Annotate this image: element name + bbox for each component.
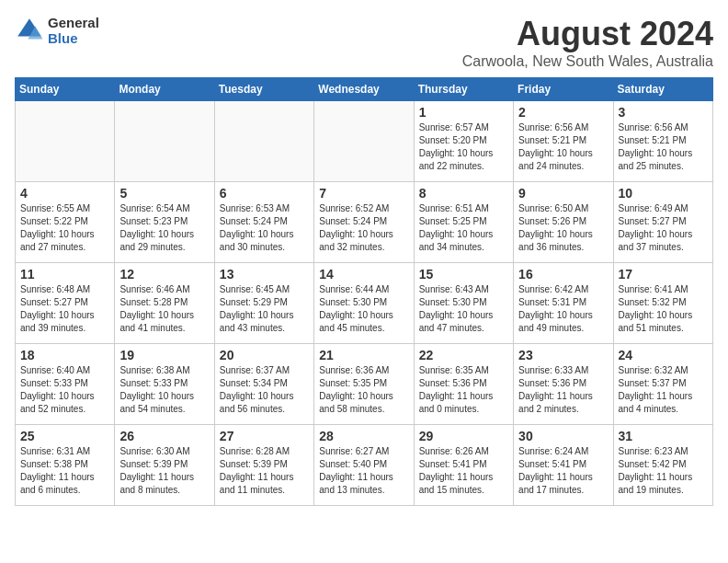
day-info: Sunrise: 6:56 AM Sunset: 5:21 PM Dayligh… xyxy=(619,121,708,173)
day-number: 25 xyxy=(20,429,109,443)
day-number: 13 xyxy=(220,267,309,282)
day-number: 17 xyxy=(619,267,708,282)
day-cell: 20Sunrise: 6:37 AM Sunset: 5:34 PM Dayli… xyxy=(214,344,313,425)
day-number: 19 xyxy=(119,348,209,362)
logo-icon xyxy=(15,16,44,45)
day-info: Sunrise: 6:23 AM Sunset: 5:42 PM Dayligh… xyxy=(619,445,708,497)
day-info: Sunrise: 6:24 AM Sunset: 5:41 PM Dayligh… xyxy=(518,445,608,497)
day-info: Sunrise: 6:41 AM Sunset: 5:32 PM Dayligh… xyxy=(619,283,708,335)
day-info: Sunrise: 6:52 AM Sunset: 5:24 PM Dayligh… xyxy=(319,202,408,254)
day-cell: 25Sunrise: 6:31 AM Sunset: 5:38 PM Dayli… xyxy=(16,425,115,506)
header-wednesday: Wednesday xyxy=(314,78,414,101)
header-thursday: Thursday xyxy=(414,78,513,101)
day-info: Sunrise: 6:55 AM Sunset: 5:22 PM Dayligh… xyxy=(20,202,109,254)
day-cell: 17Sunrise: 6:41 AM Sunset: 5:32 PM Dayli… xyxy=(613,263,712,344)
day-cell: 15Sunrise: 6:43 AM Sunset: 5:30 PM Dayli… xyxy=(414,263,513,344)
day-cell: 21Sunrise: 6:36 AM Sunset: 5:35 PM Dayli… xyxy=(314,344,414,425)
week-row-3: 11Sunrise: 6:48 AM Sunset: 5:27 PM Dayli… xyxy=(16,263,713,344)
day-number: 9 xyxy=(518,186,608,201)
header-tuesday: Tuesday xyxy=(214,78,313,101)
day-number: 8 xyxy=(419,186,508,201)
header-row: SundayMondayTuesdayWednesdayThursdayFrid… xyxy=(16,78,713,101)
day-info: Sunrise: 6:35 AM Sunset: 5:36 PM Dayligh… xyxy=(419,364,508,416)
day-number: 14 xyxy=(319,267,408,282)
day-cell xyxy=(214,101,313,182)
page-header: General Blue August 2024 Carwoola, New S… xyxy=(15,15,713,70)
day-cell: 24Sunrise: 6:32 AM Sunset: 5:37 PM Dayli… xyxy=(613,344,712,425)
day-info: Sunrise: 6:45 AM Sunset: 5:29 PM Dayligh… xyxy=(220,283,309,335)
logo-text: General Blue xyxy=(48,15,99,46)
day-info: Sunrise: 6:54 AM Sunset: 5:23 PM Dayligh… xyxy=(119,202,209,254)
day-cell: 22Sunrise: 6:35 AM Sunset: 5:36 PM Dayli… xyxy=(414,344,513,425)
day-number: 11 xyxy=(20,267,109,282)
header-monday: Monday xyxy=(115,78,214,101)
header-sunday: Sunday xyxy=(16,78,115,101)
day-number: 29 xyxy=(419,429,508,443)
day-number: 15 xyxy=(419,267,508,282)
title-section: August 2024 Carwoola, New South Wales, A… xyxy=(462,15,713,70)
day-cell: 3Sunrise: 6:56 AM Sunset: 5:21 PM Daylig… xyxy=(613,101,712,182)
day-info: Sunrise: 6:26 AM Sunset: 5:41 PM Dayligh… xyxy=(419,445,508,497)
day-cell: 31Sunrise: 6:23 AM Sunset: 5:42 PM Dayli… xyxy=(613,425,712,506)
day-number: 27 xyxy=(220,429,309,443)
week-row-4: 18Sunrise: 6:40 AM Sunset: 5:33 PM Dayli… xyxy=(16,344,713,425)
day-number: 4 xyxy=(20,186,109,201)
day-number: 28 xyxy=(319,429,408,443)
day-cell xyxy=(314,101,414,182)
day-number: 2 xyxy=(518,105,608,120)
day-cell: 7Sunrise: 6:52 AM Sunset: 5:24 PM Daylig… xyxy=(314,182,414,263)
calendar-table: SundayMondayTuesdayWednesdayThursdayFrid… xyxy=(15,77,713,506)
calendar-subtitle: Carwoola, New South Wales, Australia xyxy=(462,53,713,70)
day-cell: 16Sunrise: 6:42 AM Sunset: 5:31 PM Dayli… xyxy=(514,263,613,344)
day-info: Sunrise: 6:32 AM Sunset: 5:37 PM Dayligh… xyxy=(619,364,708,416)
day-info: Sunrise: 6:28 AM Sunset: 5:39 PM Dayligh… xyxy=(220,445,309,497)
day-info: Sunrise: 6:40 AM Sunset: 5:33 PM Dayligh… xyxy=(20,364,109,416)
day-info: Sunrise: 6:44 AM Sunset: 5:30 PM Dayligh… xyxy=(319,283,408,335)
day-number: 24 xyxy=(619,348,708,362)
day-cell xyxy=(115,101,214,182)
day-number: 20 xyxy=(220,348,309,362)
day-number: 6 xyxy=(220,186,309,201)
day-number: 12 xyxy=(119,267,209,282)
day-cell: 29Sunrise: 6:26 AM Sunset: 5:41 PM Dayli… xyxy=(414,425,513,506)
day-number: 1 xyxy=(419,105,508,120)
day-info: Sunrise: 6:31 AM Sunset: 5:38 PM Dayligh… xyxy=(20,445,109,497)
day-info: Sunrise: 6:48 AM Sunset: 5:27 PM Dayligh… xyxy=(20,283,109,335)
day-number: 5 xyxy=(119,186,209,201)
day-cell xyxy=(16,101,115,182)
day-info: Sunrise: 6:42 AM Sunset: 5:31 PM Dayligh… xyxy=(518,283,608,335)
day-info: Sunrise: 6:46 AM Sunset: 5:28 PM Dayligh… xyxy=(119,283,209,335)
day-cell: 23Sunrise: 6:33 AM Sunset: 5:36 PM Dayli… xyxy=(514,344,613,425)
day-cell: 13Sunrise: 6:45 AM Sunset: 5:29 PM Dayli… xyxy=(214,263,313,344)
day-cell: 12Sunrise: 6:46 AM Sunset: 5:28 PM Dayli… xyxy=(115,263,214,344)
day-info: Sunrise: 6:49 AM Sunset: 5:27 PM Dayligh… xyxy=(619,202,708,254)
day-cell: 27Sunrise: 6:28 AM Sunset: 5:39 PM Dayli… xyxy=(214,425,313,506)
day-info: Sunrise: 6:43 AM Sunset: 5:30 PM Dayligh… xyxy=(419,283,508,335)
day-info: Sunrise: 6:27 AM Sunset: 5:40 PM Dayligh… xyxy=(319,445,408,497)
day-info: Sunrise: 6:38 AM Sunset: 5:33 PM Dayligh… xyxy=(119,364,209,416)
day-info: Sunrise: 6:33 AM Sunset: 5:36 PM Dayligh… xyxy=(518,364,608,416)
day-info: Sunrise: 6:56 AM Sunset: 5:21 PM Dayligh… xyxy=(518,121,608,173)
day-info: Sunrise: 6:37 AM Sunset: 5:34 PM Dayligh… xyxy=(220,364,309,416)
day-cell: 10Sunrise: 6:49 AM Sunset: 5:27 PM Dayli… xyxy=(613,182,712,263)
week-row-5: 25Sunrise: 6:31 AM Sunset: 5:38 PM Dayli… xyxy=(16,425,713,506)
day-cell: 4Sunrise: 6:55 AM Sunset: 5:22 PM Daylig… xyxy=(16,182,115,263)
day-cell: 30Sunrise: 6:24 AM Sunset: 5:41 PM Dayli… xyxy=(514,425,613,506)
day-cell: 2Sunrise: 6:56 AM Sunset: 5:21 PM Daylig… xyxy=(514,101,613,182)
day-cell: 1Sunrise: 6:57 AM Sunset: 5:20 PM Daylig… xyxy=(414,101,513,182)
day-cell: 6Sunrise: 6:53 AM Sunset: 5:24 PM Daylig… xyxy=(214,182,313,263)
day-cell: 11Sunrise: 6:48 AM Sunset: 5:27 PM Dayli… xyxy=(16,263,115,344)
day-number: 21 xyxy=(319,348,408,362)
day-info: Sunrise: 6:30 AM Sunset: 5:39 PM Dayligh… xyxy=(119,445,209,497)
day-number: 31 xyxy=(619,429,708,443)
day-cell: 26Sunrise: 6:30 AM Sunset: 5:39 PM Dayli… xyxy=(115,425,214,506)
day-info: Sunrise: 6:36 AM Sunset: 5:35 PM Dayligh… xyxy=(319,364,408,416)
day-cell: 9Sunrise: 6:50 AM Sunset: 5:26 PM Daylig… xyxy=(514,182,613,263)
day-number: 18 xyxy=(20,348,109,362)
header-friday: Friday xyxy=(514,78,613,101)
calendar-title: August 2024 xyxy=(462,15,713,53)
day-number: 26 xyxy=(119,429,209,443)
day-cell: 14Sunrise: 6:44 AM Sunset: 5:30 PM Dayli… xyxy=(314,263,414,344)
day-number: 23 xyxy=(518,348,608,362)
day-cell: 18Sunrise: 6:40 AM Sunset: 5:33 PM Dayli… xyxy=(16,344,115,425)
